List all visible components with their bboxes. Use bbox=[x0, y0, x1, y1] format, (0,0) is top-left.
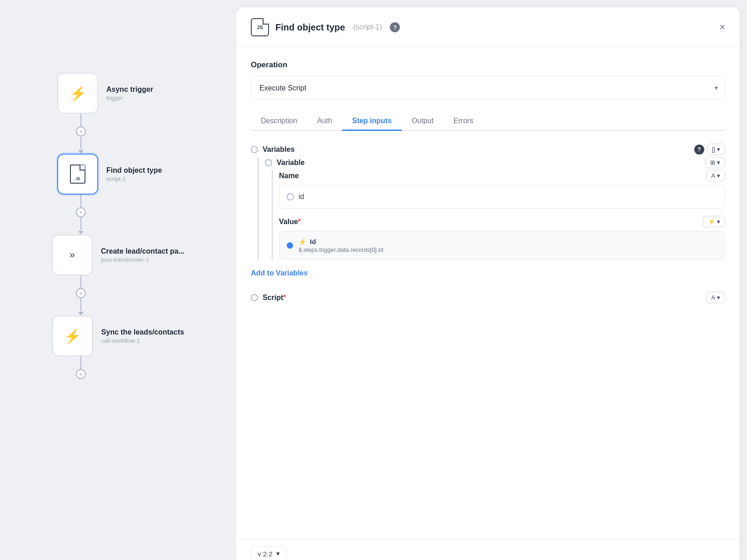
value-actions: ⚡ ▾ bbox=[703, 216, 725, 227]
name-label: Name bbox=[279, 172, 299, 180]
chevron-icon: ▾ bbox=[717, 172, 720, 179]
panel-content: Operation Execute Script ▾ Description A… bbox=[236, 48, 740, 540]
variable-radio[interactable] bbox=[265, 159, 272, 166]
connector-1: + bbox=[76, 114, 86, 154]
name-type-badge[interactable]: A ▾ bbox=[706, 170, 725, 181]
connector-line bbox=[80, 356, 81, 369]
script-label: Script* bbox=[263, 294, 286, 302]
node-box-async-trigger[interactable]: ⚡ bbox=[57, 73, 98, 114]
value-label: Value* bbox=[279, 218, 301, 226]
script-actions: A ▾ bbox=[706, 292, 725, 303]
tab-output[interactable]: Output bbox=[402, 112, 443, 131]
connector-line bbox=[80, 275, 81, 288]
connector-arrow bbox=[78, 231, 84, 235]
tab-errors[interactable]: Errors bbox=[443, 112, 483, 131]
add-node-button-4[interactable]: + bbox=[76, 369, 86, 379]
tab-step-inputs[interactable]: Step inputs bbox=[342, 112, 402, 131]
node-title-async-trigger: Async trigger bbox=[106, 85, 179, 94]
version-bar: v 2.2 ▾ bbox=[236, 540, 740, 560]
script-field-row: Script* A ▾ bbox=[251, 292, 725, 303]
connector-3: + bbox=[76, 275, 86, 315]
add-node-button-2[interactable]: + bbox=[76, 207, 86, 217]
variables-radio[interactable] bbox=[251, 146, 258, 153]
operation-label: Operation bbox=[251, 60, 725, 70]
node-label-async-trigger: Async trigger trigger bbox=[106, 85, 179, 101]
value-title-row: ⚡ Id bbox=[299, 238, 383, 245]
value-content: ⚡ Id $.steps.trigger.data.records[0].Id bbox=[299, 238, 383, 253]
node-subtitle-find-object-type: script-1 bbox=[106, 175, 179, 182]
value-name: Id bbox=[310, 238, 316, 245]
node-subtitle-create-lead: json-transformer-1 bbox=[101, 256, 184, 263]
connector-line bbox=[80, 217, 81, 230]
chevron-icon: ▾ bbox=[717, 218, 720, 225]
chevron-icon: ▾ bbox=[717, 294, 720, 301]
variable-actions: ⊞ ▾ bbox=[705, 157, 725, 168]
workflow-node-sync-leads: ⚡ Sync the leads/contacts call-workflow-… bbox=[52, 315, 184, 356]
node-title-sync-leads: Sync the leads/contacts bbox=[101, 328, 184, 336]
add-node-button-1[interactable]: + bbox=[76, 126, 86, 136]
chevron-icon: ▾ bbox=[717, 159, 720, 166]
help-icon[interactable]: ? bbox=[390, 22, 400, 32]
variable-nested-block: Variable ⊞ ▾ Name A bbox=[258, 157, 725, 260]
workflow-items: ⚡ Async trigger trigger + JS Find object… bbox=[52, 73, 184, 379]
connector-line bbox=[80, 136, 81, 149]
workflow-panel: ⚡ Async trigger trigger + JS Find object… bbox=[0, 0, 236, 560]
add-node-button-3[interactable]: + bbox=[76, 288, 86, 298]
chevron-icon: ▾ bbox=[717, 146, 720, 153]
connector-4: + bbox=[76, 356, 86, 379]
name-nested-block: Name A ▾ bbox=[272, 170, 725, 260]
js-icon-label: JS bbox=[257, 25, 263, 30]
operation-select-wrapper: Execute Script ▾ bbox=[251, 76, 725, 100]
node-box-sync-leads[interactable]: ⚡ bbox=[52, 315, 93, 356]
variable-type-badge[interactable]: ⊞ ▾ bbox=[705, 157, 725, 168]
name-actions: A ▾ bbox=[706, 170, 725, 181]
node-label-create-lead: Create lead/contact pa... json-transform… bbox=[101, 247, 184, 263]
transform-icon: ⚡ bbox=[708, 218, 715, 225]
connector-arrow bbox=[78, 312, 84, 315]
panel-title: Find object type bbox=[275, 22, 345, 33]
node-label-sync-leads: Sync the leads/contacts call-workflow-1 bbox=[101, 328, 184, 344]
node-box-find-object-type[interactable]: JS bbox=[57, 154, 98, 195]
script-type-badge[interactable]: A ▾ bbox=[706, 292, 725, 303]
name-input-radio[interactable] bbox=[287, 193, 294, 200]
variables-actions: ? [] ▾ bbox=[692, 144, 725, 155]
workflow-node-create-lead: » Create lead/contact pa... json-transfo… bbox=[52, 235, 184, 275]
lightning-icon: ⚡ bbox=[70, 85, 86, 101]
variable-field-row: Variable ⊞ ▾ bbox=[265, 157, 725, 168]
version-label: v 2.2 bbox=[258, 550, 273, 558]
workflow-node-async-trigger: ⚡ Async trigger trigger bbox=[57, 73, 179, 114]
value-field-row: Value* ⚡ ▾ bbox=[279, 216, 725, 227]
right-panel: JS Find object type (script-1) ? × Opera… bbox=[236, 7, 740, 560]
node-title-create-lead: Create lead/contact pa... bbox=[101, 247, 184, 255]
close-button[interactable]: × bbox=[719, 22, 725, 32]
variables-type-badge[interactable]: [] ▾ bbox=[707, 144, 725, 155]
panel-header-js-icon: JS bbox=[251, 18, 269, 36]
lightning-icon-sync: ⚡ bbox=[64, 328, 81, 344]
node-title-find-object-type: Find object type bbox=[106, 166, 179, 175]
name-input[interactable] bbox=[299, 193, 717, 201]
node-box-create-lead[interactable]: » bbox=[52, 235, 93, 275]
js-label: JS bbox=[75, 176, 80, 181]
variable-label: Variable bbox=[277, 159, 304, 167]
tabs-row: Description Auth Step inputs Output Erro… bbox=[251, 112, 725, 131]
workflow-node-find-object-type: JS Find object type script-1 bbox=[57, 154, 179, 195]
value-path: $.steps.trigger.data.records[0].Id bbox=[299, 246, 383, 253]
js-doc-icon: JS bbox=[70, 165, 85, 184]
connector-arrow bbox=[78, 150, 84, 154]
operation-select[interactable]: Execute Script bbox=[251, 76, 725, 100]
lightning-value-icon: ⚡ bbox=[299, 238, 306, 245]
value-block[interactable]: ⚡ Id $.steps.trigger.data.records[0].Id bbox=[279, 231, 725, 260]
name-input-row bbox=[279, 185, 725, 209]
value-dot bbox=[287, 242, 293, 249]
version-select[interactable]: v 2.2 ▾ bbox=[251, 546, 287, 560]
value-type-badge[interactable]: ⚡ ▾ bbox=[703, 216, 725, 227]
grid-icon: ⊞ bbox=[710, 159, 715, 166]
variables-help-icon[interactable]: ? bbox=[694, 145, 704, 155]
name-field-row: Name A ▾ bbox=[279, 170, 725, 181]
add-to-variables-button[interactable]: Add to Variables bbox=[251, 269, 308, 277]
variables-field-row: Variables ? [] ▾ bbox=[251, 144, 725, 155]
script-radio[interactable] bbox=[251, 294, 258, 301]
tab-auth[interactable]: Auth bbox=[307, 112, 342, 131]
double-arrow-icon: » bbox=[70, 249, 75, 261]
tab-description[interactable]: Description bbox=[251, 112, 307, 131]
